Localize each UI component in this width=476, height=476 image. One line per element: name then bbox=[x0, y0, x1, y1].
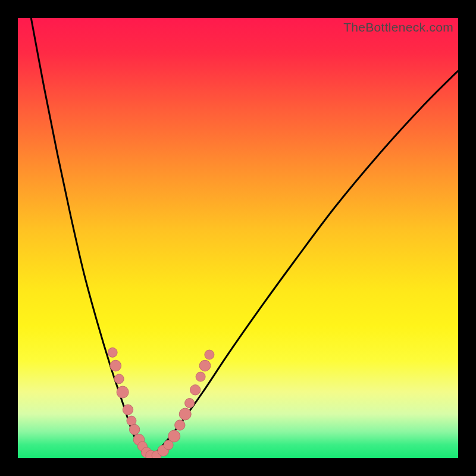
data-marker bbox=[185, 399, 195, 408]
data-marker bbox=[175, 420, 185, 430]
chart-svg bbox=[18, 18, 458, 458]
data-marker bbox=[190, 385, 201, 395]
data-marker bbox=[129, 424, 139, 434]
data-marker bbox=[199, 360, 211, 371]
right-curve bbox=[150, 71, 458, 458]
chart-frame: TheBottleneck.com bbox=[0, 0, 476, 476]
data-marker bbox=[110, 360, 121, 371]
marker-group bbox=[108, 347, 214, 458]
left-curve bbox=[31, 18, 150, 458]
data-marker bbox=[114, 374, 124, 384]
data-marker bbox=[179, 408, 191, 420]
chart-plot-area: TheBottleneck.com bbox=[18, 18, 458, 458]
data-marker bbox=[117, 386, 129, 398]
data-marker bbox=[127, 416, 136, 425]
data-marker bbox=[205, 350, 214, 359]
data-marker bbox=[168, 430, 180, 442]
data-marker bbox=[108, 347, 117, 357]
data-marker bbox=[123, 405, 133, 415]
data-marker bbox=[196, 372, 205, 381]
